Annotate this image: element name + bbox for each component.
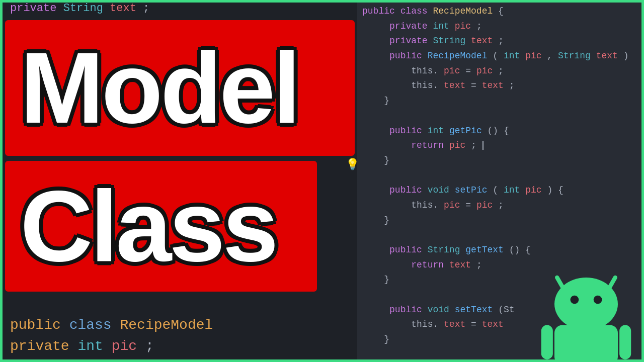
code-line-blank-3 bbox=[362, 228, 644, 243]
code-line-blank-2 bbox=[362, 168, 644, 184]
code-line-4: public RecipeModel ( int pic , String te… bbox=[362, 49, 644, 64]
code-line-6: this. text = text ; bbox=[362, 78, 644, 94]
bottom-line-1: public class RecipeModel bbox=[10, 315, 347, 336]
bottom-line-2: private int pic ; bbox=[10, 336, 347, 357]
code-line-blank-1 bbox=[362, 109, 644, 124]
title-class: Class bbox=[20, 176, 276, 277]
code-line-3: private String text ; bbox=[362, 34, 644, 49]
svg-rect-7 bbox=[619, 325, 631, 359]
var-text: text bbox=[110, 2, 136, 15]
top-code-line: private String text ; bbox=[0, 0, 357, 17]
code-line-10: } bbox=[362, 153, 644, 168]
code-line-9: return pic ; bbox=[362, 138, 644, 153]
bottom-code: public class RecipeModel private int pic… bbox=[0, 310, 357, 362]
type-string: String bbox=[63, 2, 103, 15]
svg-point-3 bbox=[571, 296, 579, 304]
red-box-class: Class bbox=[5, 161, 317, 292]
code-line-12: this. pic = pic ; bbox=[362, 198, 644, 213]
android-mascot-svg bbox=[533, 256, 639, 362]
code-line-7: } bbox=[362, 94, 644, 109]
code-line-5: this. pic = pic ; bbox=[362, 64, 644, 79]
code-line-13: } bbox=[362, 213, 644, 228]
android-mascot bbox=[533, 256, 639, 362]
svg-point-4 bbox=[594, 296, 602, 304]
keyword-private: private bbox=[10, 2, 56, 15]
svg-point-2 bbox=[554, 278, 618, 330]
code-line-14: public String getText () { bbox=[362, 243, 644, 258]
code-line-2: private int pic ; bbox=[362, 19, 644, 34]
svg-rect-5 bbox=[554, 325, 618, 363]
left-panel: private String text ; Model Class public… bbox=[0, 0, 357, 362]
code-line-1: public class RecipeModel { bbox=[362, 4, 644, 19]
text-cursor bbox=[482, 141, 484, 150]
title-model: Model bbox=[20, 38, 298, 138]
code-line-11: public void setPic ( int pic ) { bbox=[362, 183, 644, 198]
red-box-model: Model bbox=[5, 20, 355, 156]
lightbulb-icon: 💡 bbox=[346, 158, 359, 171]
code-line-8: public int getPic () { bbox=[362, 124, 644, 139]
svg-rect-6 bbox=[541, 325, 553, 359]
